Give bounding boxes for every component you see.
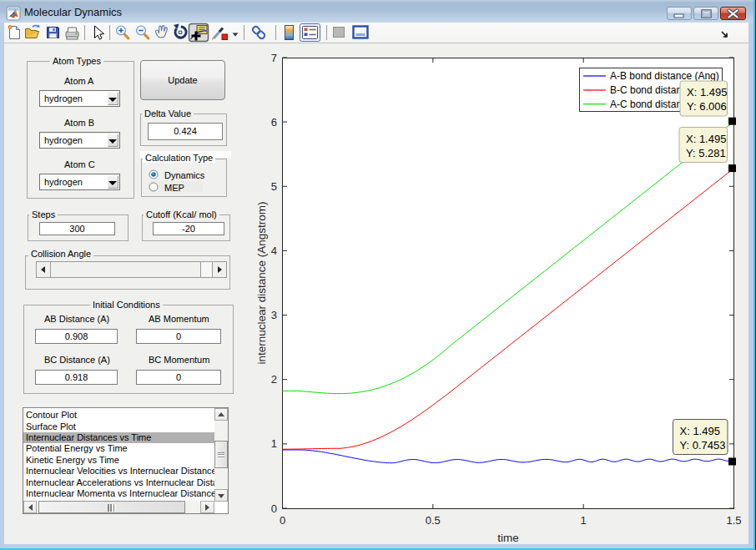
- svg-text:3: 3: [271, 309, 277, 321]
- svg-text:Y: 6.006: Y: 6.006: [687, 100, 727, 113]
- svg-text:0.5: 0.5: [426, 514, 441, 527]
- svg-text:4: 4: [271, 245, 277, 257]
- svg-text:internuclear distance (Angstro: internuclear distance (Angstrom): [255, 201, 268, 364]
- svg-text:7: 7: [271, 52, 277, 64]
- svg-text:1: 1: [271, 437, 277, 450]
- svg-text:0: 0: [271, 502, 277, 515]
- svg-text:time: time: [497, 532, 519, 544]
- svg-text:1.5: 1.5: [726, 514, 741, 527]
- svg-text:5: 5: [271, 180, 277, 193]
- svg-text:6: 6: [271, 116, 277, 129]
- svg-text:0: 0: [280, 514, 285, 527]
- svg-text:2: 2: [271, 373, 277, 386]
- svg-text:Y: 5.281: Y: 5.281: [686, 147, 726, 159]
- svg-text:1: 1: [581, 514, 587, 527]
- svg-text:X: 1.495: X: 1.495: [687, 86, 727, 98]
- svg-text:Y: 0.7453: Y: 0.7453: [680, 439, 726, 452]
- svg-text:X: 1.495: X: 1.495: [686, 133, 726, 145]
- svg-text:X: 1.495: X: 1.495: [680, 425, 720, 437]
- svg-text:A-B bond distance (Ang): A-B bond distance (Ang): [610, 70, 719, 82]
